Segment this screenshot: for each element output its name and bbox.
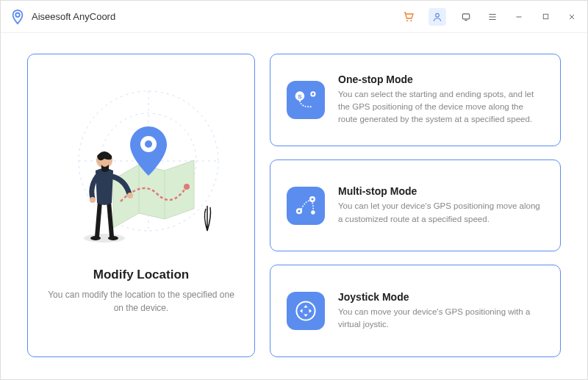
svg-point-2 [410, 20, 412, 21]
modify-location-card[interactable]: Modify Location You can modify the locat… [27, 54, 255, 357]
svg-point-24 [298, 209, 300, 212]
svg-point-1 [406, 20, 408, 21]
cart-icon[interactable] [402, 10, 415, 24]
app-window: Aiseesoft AnyCoord [0, 0, 588, 380]
one-stop-mode-text: One-stop Mode You can select the startin… [338, 74, 544, 126]
minimize-icon[interactable] [512, 10, 526, 24]
svg-point-14 [90, 236, 101, 240]
titlebar-right [402, 8, 578, 26]
joystick-mode-text: Joystick Mode You can move your device's… [338, 291, 544, 331]
titlebar: Aiseesoft AnyCoord [1, 1, 587, 33]
menu-icon[interactable] [486, 10, 499, 24]
user-icon[interactable] [429, 8, 446, 26]
svg-text:S: S [298, 93, 302, 100]
app-title: Aiseesoft AnyCoord [32, 11, 115, 22]
one-stop-mode-desc: You can select the starting and ending s… [338, 88, 544, 126]
svg-point-10 [184, 184, 190, 190]
joystick-mode-icon [287, 292, 325, 330]
multi-stop-mode-text: Multi-stop Mode You can let your device'… [338, 185, 544, 226]
svg-rect-5 [543, 14, 548, 18]
one-stop-mode-icon: S [287, 81, 325, 119]
svg-point-28 [296, 302, 315, 320]
svg-rect-4 [462, 13, 469, 18]
svg-point-13 [84, 234, 125, 243]
svg-point-12 [145, 140, 152, 148]
titlebar-left: Aiseesoft AnyCoord [10, 9, 115, 25]
joystick-mode-desc: You can move your device's GPS positioni… [338, 306, 544, 331]
modify-location-desc: You can modify the location to the speci… [46, 288, 237, 315]
multi-stop-mode-card[interactable]: Multi-stop Mode You can let your device'… [270, 159, 561, 252]
multi-stop-mode-title: Multi-stop Mode [338, 185, 544, 197]
close-icon[interactable] [565, 10, 578, 24]
one-stop-mode-card[interactable]: S One-stop Mode You can select the start… [270, 54, 561, 146]
svg-point-17 [90, 197, 96, 203]
joystick-mode-card[interactable]: Joystick Mode You can move your device's… [270, 265, 561, 357]
maximize-icon[interactable] [539, 10, 552, 24]
multi-stop-mode-icon [287, 187, 325, 225]
joystick-mode-title: Joystick Mode [338, 291, 544, 303]
svg-point-16 [127, 193, 133, 198]
svg-point-0 [15, 12, 20, 17]
content-area: Modify Location You can modify the locat… [1, 33, 587, 379]
one-stop-mode-title: One-stop Mode [338, 74, 544, 85]
app-logo-icon [10, 9, 26, 25]
svg-point-22 [312, 93, 314, 95]
svg-point-3 [436, 13, 440, 17]
feedback-icon[interactable] [459, 10, 473, 24]
multi-stop-mode-desc: You can let your device's GPS positionin… [338, 200, 544, 226]
modify-location-title: Modify Location [93, 268, 189, 282]
svg-point-26 [311, 198, 313, 200]
svg-point-15 [108, 236, 118, 240]
svg-point-27 [311, 210, 315, 214]
modify-location-illustration [46, 69, 237, 260]
modes-column: S One-stop Mode You can select the start… [270, 54, 561, 357]
